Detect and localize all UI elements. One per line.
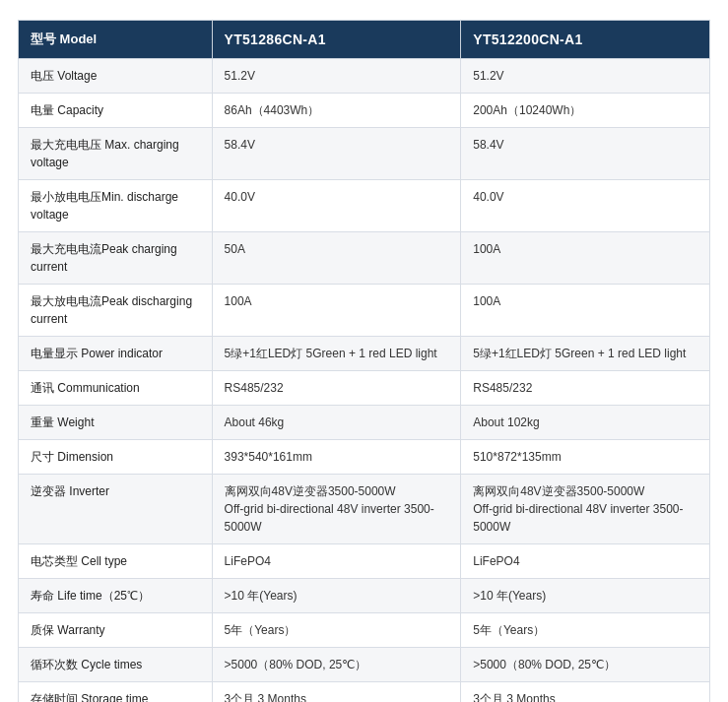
row-value-model1: 5年（Years） [212, 613, 461, 648]
row-value-model2: 3个月 3 Months [461, 682, 710, 703]
row-value-model2: 离网双向48V逆变器3500-5000WOff-grid bi-directio… [461, 475, 710, 544]
row-value-model2: RS485/232 [461, 371, 710, 406]
row-value-model1: 100A [212, 285, 461, 337]
table-row: 电压 Voltage51.2V51.2V [19, 59, 710, 94]
row-value-model2: 58.4V [461, 128, 710, 180]
row-value-model1: 40.0V [212, 180, 461, 232]
row-label: 循环次数 Cycle times [19, 648, 213, 682]
table-row: 质保 Warranty5年（Years）5年（Years） [19, 613, 710, 648]
row-label: 寿命 Life time（25℃） [19, 579, 213, 613]
header-model1: YT51286CN-A1 [212, 21, 461, 59]
row-value-model1: RS485/232 [212, 371, 461, 406]
row-value-model1: 50A [212, 232, 461, 285]
table-row: 电芯类型 Cell typeLiFePO4LiFePO4 [19, 544, 710, 579]
row-value-model2: 100A [461, 232, 710, 285]
row-value-model1: 5绿+1红LED灯 5Green + 1 red LED light [212, 337, 461, 371]
spec-table: 型号 Model YT51286CN-A1 YT512200CN-A1 电压 V… [18, 20, 710, 702]
table-row: 逆变器 Inverter离网双向48V逆变器3500-5000WOff-grid… [19, 475, 710, 544]
row-value-model2: 5绿+1红LED灯 5Green + 1 red LED light [461, 337, 710, 371]
table-row: 电量显示 Power indicator5绿+1红LED灯 5Green + 1… [19, 337, 710, 371]
row-value-model2: 510*872*135mm [461, 440, 710, 475]
row-value-model2: >10 年(Years) [461, 579, 710, 613]
row-value-model1: 393*540*161mm [212, 440, 461, 475]
table-row: 循环次数 Cycle times>5000（80% DOD, 25℃）>5000… [19, 648, 710, 682]
row-value-model1: >5000（80% DOD, 25℃） [212, 648, 461, 682]
row-label: 电量 Capacity [19, 94, 213, 128]
table-row: 电量 Capacity86Ah（4403Wh）200Ah（10240Wh） [19, 94, 710, 128]
row-label: 电芯类型 Cell type [19, 544, 213, 579]
row-label: 最大充电电流Peak charging current [19, 232, 213, 285]
row-label: 质保 Warranty [19, 613, 213, 648]
row-value-model1: About 46kg [212, 406, 461, 440]
row-label: 电量显示 Power indicator [19, 337, 213, 371]
row-label: 逆变器 Inverter [19, 475, 213, 544]
row-value-model1: 3个月 3 Months [212, 682, 461, 703]
row-value-model1: LiFePO4 [212, 544, 461, 579]
row-value-model1: 51.2V [212, 59, 461, 94]
row-label: 最大充电电压 Max. charging voltage [19, 128, 213, 180]
table-row: 通讯 CommunicationRS485/232RS485/232 [19, 371, 710, 406]
header-label: 型号 Model [19, 21, 213, 59]
row-value-model1: 离网双向48V逆变器3500-5000WOff-grid bi-directio… [212, 475, 461, 544]
table-row: 重量 WeightAbout 46kgAbout 102kg [19, 406, 710, 440]
row-label: 最大放电电流Peak discharging current [19, 285, 213, 337]
row-label: 电压 Voltage [19, 59, 213, 94]
table-row: 最大充电电压 Max. charging voltage58.4V58.4V [19, 128, 710, 180]
table-row: 存储时间 Storage time3个月 3 Months3个月 3 Month… [19, 682, 710, 703]
row-label: 尺寸 Dimension [19, 440, 213, 475]
table-row: 寿命 Life time（25℃）>10 年(Years)>10 年(Years… [19, 579, 710, 613]
row-value-model2: >5000（80% DOD, 25℃） [461, 648, 710, 682]
row-value-model2: About 102kg [461, 406, 710, 440]
row-value-model2: 100A [461, 285, 710, 337]
table-row: 最大放电电流Peak discharging current100A100A [19, 285, 710, 337]
header-model2: YT512200CN-A1 [461, 21, 710, 59]
table-row: 最大充电电流Peak charging current50A100A [19, 232, 710, 285]
table-row: 尺寸 Dimension393*540*161mm510*872*135mm [19, 440, 710, 475]
row-value-model2: 40.0V [461, 180, 710, 232]
table-row: 最小放电电压Min. discharge voltage40.0V40.0V [19, 180, 710, 232]
row-label: 最小放电电压Min. discharge voltage [19, 180, 213, 232]
row-value-model2: 200Ah（10240Wh） [461, 94, 710, 128]
row-label: 存储时间 Storage time [19, 682, 213, 703]
row-value-model2: LiFePO4 [461, 544, 710, 579]
row-value-model1: 86Ah（4403Wh） [212, 94, 461, 128]
row-value-model2: 5年（Years） [461, 613, 710, 648]
row-label: 通讯 Communication [19, 371, 213, 406]
row-value-model2: 51.2V [461, 59, 710, 94]
row-value-model1: >10 年(Years) [212, 579, 461, 613]
row-value-model1: 58.4V [212, 128, 461, 180]
table-header-row: 型号 Model YT51286CN-A1 YT512200CN-A1 [19, 21, 710, 59]
row-label: 重量 Weight [19, 406, 213, 440]
spec-table-container: 型号 Model YT51286CN-A1 YT512200CN-A1 电压 V… [0, 0, 728, 702]
